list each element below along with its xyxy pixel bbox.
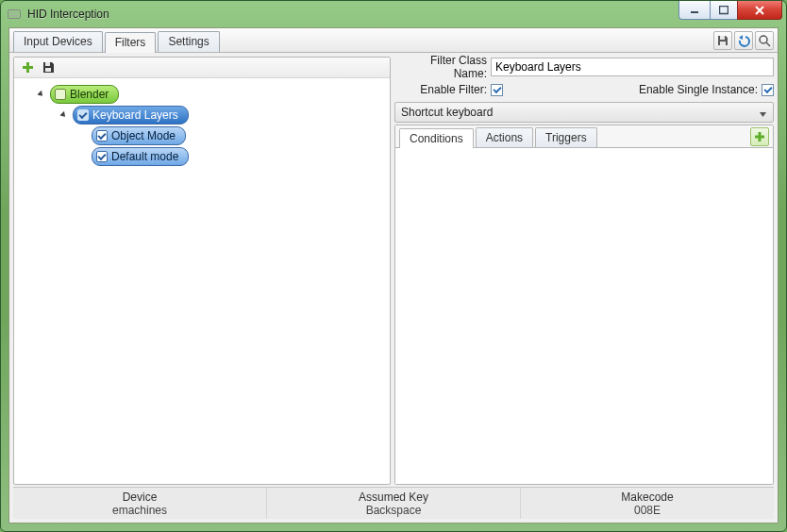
subtab-label: Conditions <box>410 132 463 145</box>
svg-rect-15 <box>755 136 764 139</box>
svg-rect-4 <box>10 15 18 17</box>
section-header[interactable]: Shortcut keyboard <box>394 102 774 123</box>
svg-rect-11 <box>23 66 33 69</box>
subtab-label: Triggers <box>545 131 587 144</box>
status-key: Assumed Key Backspace <box>266 488 520 519</box>
tree-root-row[interactable]: Blender <box>18 84 386 105</box>
tab-label: Filters <box>115 36 146 49</box>
svg-rect-13 <box>45 68 51 72</box>
window-controls <box>679 1 782 20</box>
svg-rect-7 <box>720 36 725 40</box>
tree-child-row[interactable]: Default mode <box>18 146 386 167</box>
svg-rect-6 <box>720 6 728 13</box>
tree-node-label: Default mode <box>111 150 178 163</box>
checkbox-icon[interactable] <box>55 89 66 100</box>
subtab-actions[interactable]: Actions <box>476 127 533 147</box>
svg-rect-1 <box>10 12 12 14</box>
close-button[interactable] <box>737 1 782 20</box>
status-device: Device emachines <box>13 488 266 519</box>
status-device-header: Device <box>123 490 158 504</box>
checkbox-icon[interactable] <box>96 130 108 141</box>
subtab-conditions[interactable]: Conditions <box>399 128 474 148</box>
checkbox-icon[interactable] <box>96 151 108 162</box>
chevron-down-icon <box>759 108 767 122</box>
tree-node-object-mode[interactable]: Object Mode <box>92 126 186 145</box>
tab-input-devices[interactable]: Input Devices <box>13 31 103 52</box>
tab-settings[interactable]: Settings <box>158 31 219 52</box>
svg-rect-3 <box>16 12 18 14</box>
rules-panel: Conditions Actions Triggers <box>394 125 774 485</box>
app-icon <box>7 7 22 22</box>
tab-strip: Input Devices Filters Settings <box>9 28 778 53</box>
section-title: Shortcut keyboard <box>401 106 493 119</box>
svg-rect-12 <box>45 62 50 66</box>
filter-class-input[interactable] <box>491 58 774 76</box>
subtab-triggers[interactable]: Triggers <box>535 127 597 147</box>
tree-child-row[interactable]: Object Mode <box>18 125 386 146</box>
tree-node-label: Keyboard Layers <box>92 108 178 122</box>
svg-rect-2 <box>13 12 15 14</box>
status-key-value: Backspace <box>366 504 422 517</box>
save-tree-button[interactable] <box>41 60 56 75</box>
minimize-button[interactable] <box>678 1 711 20</box>
status-device-value: emachines <box>112 504 167 517</box>
maximize-button[interactable] <box>710 1 738 20</box>
tree-node-label: Blender <box>70 88 109 101</box>
status-bar: Device emachines Assumed Key Backspace M… <box>13 487 774 519</box>
add-rule-button[interactable] <box>750 127 769 146</box>
tab-label: Input Devices <box>24 35 92 48</box>
rules-content[interactable] <box>395 148 773 484</box>
status-key-header: Assumed Key <box>359 490 428 504</box>
tab-label: Settings <box>168 35 209 48</box>
filter-properties-panel: Filter Class Name: Enable Filter: Enable… <box>394 57 774 485</box>
expander-icon[interactable] <box>35 88 48 101</box>
svg-rect-5 <box>691 11 698 13</box>
undo-button[interactable] <box>734 31 753 50</box>
toolbar-top-right <box>713 31 774 50</box>
enable-filter-checkbox[interactable] <box>491 84 503 96</box>
svg-rect-0 <box>8 10 21 19</box>
save-button[interactable] <box>713 31 732 50</box>
checkbox-icon[interactable] <box>77 109 89 121</box>
tree-node-label: Object Mode <box>111 129 176 142</box>
tree-node-blender[interactable]: Blender <box>50 85 119 104</box>
tab-filters[interactable]: Filters <box>105 32 157 53</box>
tree-node-keyboard-layers[interactable]: Keyboard Layers <box>73 106 189 125</box>
tree-node-default-mode[interactable]: Default mode <box>92 147 189 166</box>
enable-single-label: Enable Single Instance: <box>639 83 758 96</box>
main-split: Blender Keyboard Layers <box>13 57 774 485</box>
enable-filters-row: Enable Filter: Enable Single Instance: <box>394 79 774 100</box>
expander-icon[interactable] <box>58 108 71 122</box>
enable-filter-label: Enable Filter: <box>394 83 487 96</box>
window-title: HID Interception <box>27 8 109 21</box>
svg-point-9 <box>760 36 767 43</box>
status-makecode-header: Makecode <box>621 490 673 504</box>
client-area: Input Devices Filters Settings <box>8 27 779 524</box>
status-makecode: Makecode 008E <box>520 488 774 519</box>
subtab-label: Actions <box>486 131 523 144</box>
rules-tab-strip: Conditions Actions Triggers <box>395 125 773 148</box>
window-frame: HID Interception Input Devices Filters S… <box>0 0 787 532</box>
status-makecode-value: 008E <box>634 504 661 517</box>
filter-class-row: Filter Class Name: <box>394 57 774 77</box>
titlebar[interactable]: HID Interception <box>1 1 786 27</box>
filter-tree[interactable]: Blender Keyboard Layers <box>14 78 390 484</box>
enable-single-checkbox[interactable] <box>762 84 774 96</box>
tree-toolbar <box>14 58 390 78</box>
filter-class-label: Filter Class Name: <box>394 54 487 80</box>
tree-filter-row[interactable]: Keyboard Layers <box>18 105 386 125</box>
filter-tree-panel: Blender Keyboard Layers <box>13 57 391 485</box>
add-filter-button[interactable] <box>20 60 35 75</box>
svg-rect-8 <box>720 42 726 45</box>
search-button[interactable] <box>755 31 774 50</box>
